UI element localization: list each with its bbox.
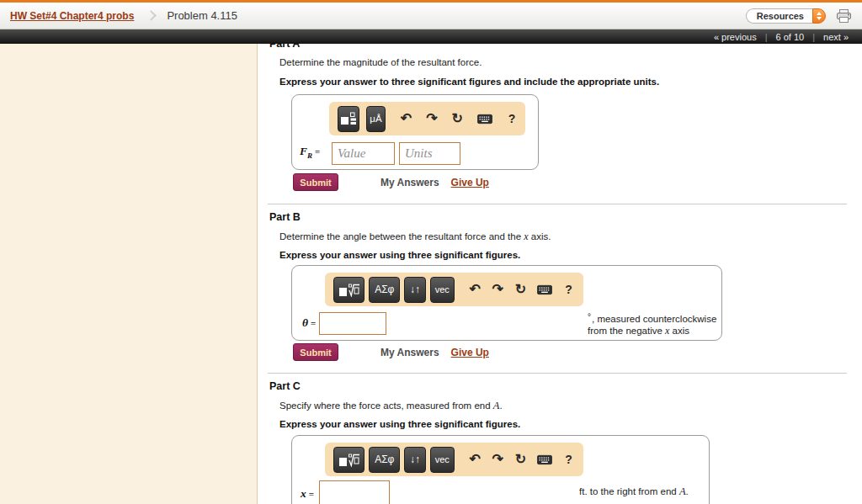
greek-symbols-button[interactable]: ΑΣφ	[369, 277, 400, 303]
next-link[interactable]: next »	[823, 32, 849, 42]
breadcrumb-chevron-icon	[146, 10, 157, 21]
reset-icon[interactable]: ↻	[514, 453, 527, 466]
part-b-unit-note: °, measured counterclockwisefrom the neg…	[588, 311, 716, 337]
units-button[interactable]: μÅ	[366, 106, 386, 132]
undo-icon[interactable]: ↶	[401, 112, 412, 125]
previous-link[interactable]: « previous	[714, 32, 757, 42]
keyboard-icon[interactable]	[477, 114, 492, 125]
part-b-actions: Submit My Answers Give Up	[293, 343, 489, 361]
parts-panel: Part A Determine the magnitude of the re…	[258, 29, 862, 504]
mastering-homework-page: HW Set#4 Chapter4 probs Problem 4.115 Re…	[0, 0, 862, 504]
part-b-heading: Part B	[269, 211, 301, 223]
part-b-instruction: Express your answer using three signific…	[279, 250, 520, 260]
section-divider	[268, 204, 847, 204]
part-b-answer-box: ΑΣφ ↓↑ vec ↶ ↷ ↻ ?	[291, 265, 722, 341]
reset-icon[interactable]: ↻	[452, 112, 463, 125]
resources-label: Resources	[746, 8, 812, 24]
help-icon[interactable]: ?	[562, 454, 575, 465]
breadcrumb-bar: HW Set#4 Chapter4 probs Problem 4.115 Re…	[0, 3, 862, 29]
give-up-link[interactable]: Give Up	[451, 347, 489, 358]
part-c-heading: Part C	[269, 380, 301, 392]
help-icon[interactable]: ?	[562, 284, 575, 295]
part-a-actions: Submit My Answers Give Up	[293, 173, 489, 191]
vector-button[interactable]: vec	[430, 277, 455, 303]
hw-set-link[interactable]: HW Set#4 Chapter4 probs	[10, 10, 134, 22]
pager-bar: « previous | 6 of 10 | next »	[0, 29, 862, 44]
greek-symbols-button[interactable]: ΑΣφ	[369, 447, 400, 473]
vector-button[interactable]: vec	[430, 447, 455, 473]
redo-icon[interactable]: ↷	[492, 283, 504, 296]
equation-editor-button[interactable]	[333, 277, 364, 303]
pager-position: 6 of 10	[776, 32, 805, 42]
part-a-answer-label: FR=	[300, 145, 320, 160]
print-icon[interactable]	[836, 9, 852, 23]
my-answers-button[interactable]: My Answers	[380, 347, 439, 358]
part-a-toolbar: μÅ ↶ ↷ ↻ ?	[329, 102, 525, 135]
give-up-link[interactable]: Give Up	[451, 177, 489, 188]
part-a-instruction: Express your answer to three significant…	[279, 77, 659, 87]
part-b-question: Determine the angle between the resultan…	[279, 231, 551, 243]
part-b-answer-label: θ=	[302, 316, 316, 330]
section-divider	[268, 373, 847, 374]
equation-editor-button[interactable]	[333, 447, 364, 473]
my-answers-button[interactable]: My Answers	[380, 177, 439, 188]
keyboard-icon[interactable]	[537, 284, 552, 295]
equation-editor-button[interactable]	[338, 106, 359, 132]
keyboard-icon[interactable]	[537, 454, 552, 465]
undo-icon[interactable]: ↶	[469, 283, 482, 296]
header-actions: Resources	[746, 8, 852, 24]
dropdown-stepper-icon[interactable]	[812, 8, 826, 24]
reset-icon[interactable]: ↻	[514, 283, 527, 296]
part-a-question: Determine the magnitude of the resultant…	[279, 57, 482, 67]
submit-button[interactable]: Submit	[293, 343, 338, 361]
part-c-answer-label: x=	[301, 487, 314, 501]
part-c-answer-box: ΑΣφ ↓↑ vec ↶ ↷ ↻ ?	[291, 435, 710, 504]
pager-separator: |	[812, 32, 815, 42]
value-input[interactable]	[332, 142, 395, 165]
part-b-toolbar: ΑΣφ ↓↑ vec ↶ ↷ ↻ ?	[325, 273, 583, 306]
breadcrumb-current: Problem 4.115	[167, 9, 237, 22]
part-c-question: Specify where the force acts, measured f…	[279, 400, 503, 412]
help-icon[interactable]: ?	[507, 113, 517, 125]
position-input[interactable]	[319, 480, 390, 504]
pager-separator: |	[765, 32, 768, 42]
part-c-instruction: Express your answer using three signific…	[279, 419, 520, 429]
undo-icon[interactable]: ↶	[469, 453, 482, 466]
redo-icon[interactable]: ↷	[492, 453, 504, 466]
units-input[interactable]	[399, 142, 460, 165]
part-a-answer-box: μÅ ↶ ↷ ↻ ? FR=	[291, 94, 539, 170]
part-c-unit-note: ft. to the right from end A.	[579, 485, 689, 497]
problem-panel	[0, 44, 258, 504]
resources-dropdown[interactable]: Resources	[746, 8, 826, 24]
redo-icon[interactable]: ↷	[426, 112, 437, 125]
part-c-toolbar: ΑΣφ ↓↑ vec ↶ ↷ ↻ ?	[325, 443, 583, 476]
angle-input[interactable]	[319, 312, 386, 335]
undo-redo-button[interactable]: ↓↑	[404, 447, 425, 473]
undo-redo-button[interactable]: ↓↑	[404, 277, 425, 303]
submit-button[interactable]: Submit	[293, 173, 338, 191]
